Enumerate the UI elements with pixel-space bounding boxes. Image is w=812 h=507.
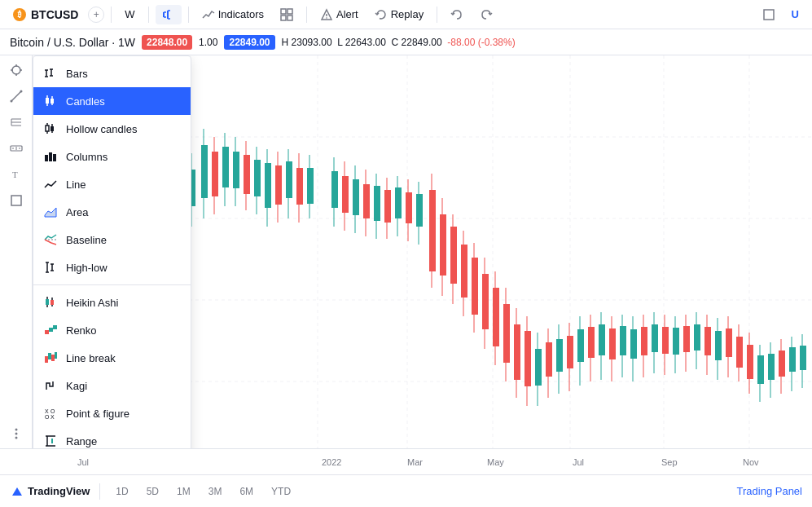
svg-rect-160 xyxy=(662,327,669,354)
svg-rect-227 xyxy=(55,352,57,359)
menu-item-hollow-candles[interactable]: Hollow candles xyxy=(33,115,191,143)
menu-label-point-figure: Point & figure xyxy=(66,408,129,420)
menu-label-candles: Candles xyxy=(66,95,105,108)
menu-item-range[interactable]: Range xyxy=(33,427,191,448)
more-tools[interactable] xyxy=(5,422,28,445)
menu-item-high-low[interactable]: High-low xyxy=(33,254,191,281)
time-label-nov: Nov xyxy=(743,457,759,467)
svg-rect-224 xyxy=(45,356,48,363)
svg-rect-203 xyxy=(50,126,54,131)
trading-panel-link[interactable]: Trading Panel xyxy=(737,485,802,497)
tf-1m[interactable]: 1M xyxy=(171,483,196,500)
left-toolbar: T xyxy=(0,55,33,448)
undo-button[interactable] xyxy=(444,5,470,24)
menu-item-bars[interactable]: Bars xyxy=(33,60,191,87)
tf-ytd[interactable]: YTD xyxy=(266,483,296,500)
menu-item-candles[interactable]: Candles xyxy=(33,87,191,115)
fullscreen-icon xyxy=(762,8,775,21)
svg-rect-94 xyxy=(296,168,303,205)
svg-point-11 xyxy=(326,17,327,19)
sep3 xyxy=(188,7,189,23)
baseline-icon xyxy=(43,232,58,247)
svg-rect-80 xyxy=(222,147,229,187)
svg-rect-128 xyxy=(493,288,499,346)
menu-item-baseline[interactable]: Baseline xyxy=(33,226,191,254)
menu-label-heikin-ashi: Heikin Ashi xyxy=(66,297,118,309)
svg-rect-158 xyxy=(652,324,658,352)
indicators-label: Indicators xyxy=(218,8,264,20)
shapes-icon xyxy=(10,194,23,207)
svg-rect-197 xyxy=(50,99,54,104)
trend-line-tool[interactable] xyxy=(5,85,28,108)
svg-rect-100 xyxy=(342,176,349,213)
svg-rect-225 xyxy=(48,353,51,359)
btc-icon: ₿ xyxy=(13,8,26,21)
svg-rect-207 xyxy=(53,154,56,161)
shapes-tool[interactable] xyxy=(5,189,28,212)
time-label-2022: 2022 xyxy=(322,457,341,467)
candles-icon xyxy=(43,94,58,108)
menu-item-line-break[interactable]: Line break xyxy=(33,344,191,372)
interval-selector[interactable]: W xyxy=(118,5,141,24)
menu-item-renko[interactable]: Renko xyxy=(33,316,191,344)
svg-rect-138 xyxy=(546,342,552,377)
menu-separator-1 xyxy=(33,284,191,285)
fib-tool[interactable] xyxy=(5,111,28,134)
svg-rect-180 xyxy=(768,354,775,380)
chart-type-button[interactable] xyxy=(156,5,182,24)
svg-rect-154 xyxy=(630,329,637,359)
svg-rect-84 xyxy=(244,155,250,194)
svg-rect-178 xyxy=(757,355,764,384)
redo-button[interactable] xyxy=(473,5,499,24)
svg-rect-7 xyxy=(287,9,292,14)
more-icon xyxy=(10,427,23,440)
menu-item-columns[interactable]: Columns xyxy=(33,143,191,170)
menu-label-line-break: Line break xyxy=(66,352,116,364)
svg-rect-150 xyxy=(609,328,616,359)
replay-button[interactable]: Replay xyxy=(368,5,430,24)
range-icon xyxy=(43,434,58,448)
svg-point-31 xyxy=(15,429,17,431)
indicators-icon xyxy=(202,8,215,21)
menu-item-area[interactable]: Area xyxy=(33,198,191,226)
ticker-area[interactable]: ₿ BTCUSD xyxy=(7,5,85,24)
svg-rect-30 xyxy=(11,196,21,205)
svg-rect-223 xyxy=(53,325,57,329)
menu-label-baseline: Baseline xyxy=(66,234,107,246)
svg-rect-170 xyxy=(715,331,722,360)
tf-3m[interactable]: 3M xyxy=(203,483,228,500)
user-menu[interactable]: U xyxy=(785,5,805,24)
replay-icon xyxy=(375,8,388,21)
menu-item-kagi[interactable]: Kagi xyxy=(33,372,191,399)
svg-text:T: T xyxy=(12,170,18,179)
fullscreen-button[interactable] xyxy=(756,5,782,24)
alert-button[interactable]: Alert xyxy=(314,5,365,24)
tv-logo-text: TradingView xyxy=(28,485,90,497)
crosshair-tool[interactable] xyxy=(5,59,28,82)
tf-1d[interactable]: 1D xyxy=(110,483,134,500)
fib-icon xyxy=(10,116,23,129)
menu-item-point-figure[interactable]: X O O X Point & figure xyxy=(33,399,191,427)
svg-rect-216 xyxy=(46,299,49,305)
sep1 xyxy=(111,7,112,23)
tf-6m[interactable]: 6M xyxy=(234,483,259,500)
svg-line-18 xyxy=(11,91,21,101)
menu-item-heikin-ashi[interactable]: Heikin Ashi xyxy=(33,289,191,316)
svg-rect-102 xyxy=(353,179,359,215)
menu-label-kagi: Kagi xyxy=(66,380,87,392)
indicators-button[interactable]: Indicators xyxy=(195,5,270,24)
svg-rect-176 xyxy=(747,345,753,379)
menu-item-line[interactable]: Line xyxy=(33,170,191,198)
symbol-bar: Bitcoin / U.S. Dollar · 1W 22848.00 1.00… xyxy=(0,29,812,55)
symbol-name: Bitcoin / U.S. Dollar · 1W xyxy=(10,36,135,49)
svg-rect-96 xyxy=(307,168,314,204)
tv-logo-icon xyxy=(10,484,24,499)
layout-button[interactable] xyxy=(274,5,300,24)
add-symbol-button[interactable]: + xyxy=(88,7,104,23)
svg-rect-6 xyxy=(281,9,286,14)
text-tool[interactable]: T xyxy=(5,163,28,186)
svg-rect-156 xyxy=(641,327,647,355)
measure-tool[interactable] xyxy=(5,137,28,160)
tf-5d[interactable]: 5D xyxy=(141,483,165,500)
svg-rect-164 xyxy=(683,326,690,352)
